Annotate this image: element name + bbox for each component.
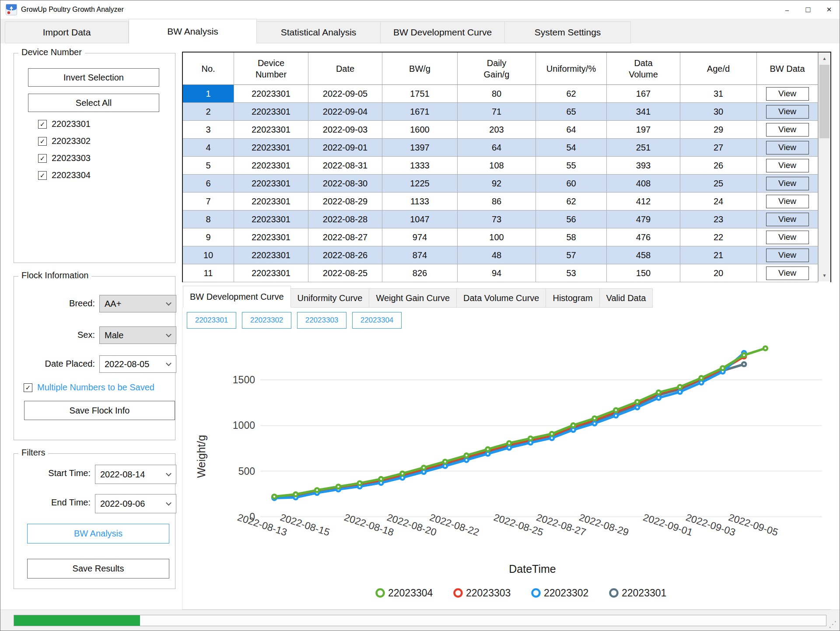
- view-button[interactable]: View: [766, 266, 809, 280]
- bw-analysis-button[interactable]: BW Analysis: [27, 524, 169, 543]
- table-cell: 25: [680, 175, 757, 193]
- checkbox-checked-icon[interactable]: ✓: [24, 383, 32, 392]
- table-cell: 22023301: [234, 121, 308, 139]
- end-time-value: 2022-09-06: [100, 499, 145, 509]
- legend-marker-22023303: [455, 589, 462, 597]
- row-number-cell[interactable]: 1: [183, 85, 234, 103]
- curve-tab-weight-gain-curve[interactable]: Weight Gain Curve: [369, 288, 457, 308]
- chart-device-buttons: 22023301220233022202330322023304: [187, 312, 402, 329]
- column-header-line: Gain/g: [484, 69, 510, 80]
- table-row: 8220233012022-08-281047735647923View: [183, 210, 830, 228]
- scroll-up-icon[interactable]: ▲: [819, 53, 830, 64]
- view-button[interactable]: View: [766, 87, 809, 101]
- view-button[interactable]: View: [766, 213, 809, 226]
- series-line-22023301: [274, 364, 744, 497]
- table-cell: 22023301: [234, 210, 308, 228]
- tab-bw-development-curve[interactable]: BW Development Curve: [381, 21, 505, 43]
- column-header: Age/d: [680, 53, 757, 85]
- table-cell: 80: [458, 85, 536, 103]
- flock-information-legend: Flock Information: [18, 270, 91, 280]
- y-axis-label: Weight/g: [195, 435, 207, 478]
- chart-device-button-22023303[interactable]: 22023303: [297, 312, 346, 329]
- multiple-numbers-checkbox-row[interactable]: ✓ Multiple Numbers to be Saved: [24, 382, 154, 393]
- checkbox-checked-icon[interactable]: ✓: [38, 137, 47, 146]
- view-button[interactable]: View: [766, 231, 809, 244]
- end-time-select[interactable]: 2022-09-06: [95, 494, 176, 513]
- table-cell: 64: [536, 121, 607, 139]
- scrollbar-thumb[interactable]: [819, 65, 830, 138]
- data-point-center: [487, 448, 489, 450]
- curve-tab-histogram[interactable]: Histogram: [546, 288, 599, 308]
- data-point-center: [295, 493, 297, 495]
- view-button[interactable]: View: [766, 177, 809, 190]
- view-button[interactable]: View: [766, 159, 809, 172]
- save-flock-info-button[interactable]: Save Flock Info: [24, 401, 175, 420]
- tab-system-settings[interactable]: System Settings: [505, 21, 631, 43]
- scroll-down-icon[interactable]: ▼: [819, 270, 830, 281]
- curve-tab-valid-data[interactable]: Valid Data: [600, 288, 653, 308]
- chart-device-button-22023301[interactable]: 22023301: [187, 312, 236, 329]
- minimize-icon[interactable]: –: [777, 0, 798, 19]
- tab-bw-analysis[interactable]: BW Analysis: [129, 19, 257, 43]
- app-window: GrowUp Poultry Growth Analyzer – □ ✕ Imp…: [0, 0, 840, 631]
- table-row: 1220233012022-09-051751806216731View: [183, 85, 830, 103]
- column-header: DeviceNumber: [234, 53, 308, 85]
- chart-device-button-22023302[interactable]: 22023302: [242, 312, 291, 329]
- row-number-cell: 9: [183, 228, 234, 246]
- view-button[interactable]: View: [766, 123, 809, 137]
- window-controls: – □ ✕: [777, 0, 840, 19]
- legend-label-22023302: 22023302: [544, 587, 588, 599]
- bw-data-cell: View: [757, 103, 818, 121]
- chevron-down-icon: [166, 300, 172, 306]
- device-checkbox-list: ✓22023301✓22023302✓22023303✓22023304: [38, 119, 91, 180]
- save-results-button[interactable]: Save Results: [27, 559, 169, 578]
- view-button[interactable]: View: [766, 105, 809, 119]
- tab-import-data[interactable]: Import Data: [5, 21, 129, 43]
- table-row: 5220233012022-08-3113331085539326View: [183, 157, 830, 175]
- view-button[interactable]: View: [766, 141, 809, 154]
- bw-data-cell: View: [757, 246, 818, 264]
- table-cell: 73: [458, 210, 536, 228]
- column-header-line: Device: [258, 57, 284, 69]
- device-checkbox-row[interactable]: ✓22023301: [38, 119, 91, 129]
- x-tick-label: 2022-08-29: [578, 512, 630, 538]
- table-header-row: No.DeviceNumberDateBW/gDailyGain/gUnifor…: [183, 53, 830, 85]
- table-cell: 2022-08-28: [308, 210, 382, 228]
- checkbox-checked-icon[interactable]: ✓: [38, 120, 47, 129]
- y-tick-label: 1500: [233, 374, 255, 386]
- curve-tab-bw-development-curve[interactable]: BW Development Curve: [183, 286, 291, 308]
- start-time-select[interactable]: 2022-08-14: [95, 465, 176, 484]
- device-checkbox-row[interactable]: ✓22023304: [38, 170, 91, 180]
- device-checkbox-row[interactable]: ✓22023303: [38, 153, 91, 163]
- invert-selection-button[interactable]: Invert Selection: [28, 68, 159, 87]
- close-icon[interactable]: ✕: [819, 0, 840, 19]
- view-button[interactable]: View: [766, 249, 809, 262]
- select-all-button[interactable]: Select All: [28, 94, 159, 112]
- view-button[interactable]: View: [766, 195, 809, 208]
- bw-data-table: No.DeviceNumberDateBW/gDailyGain/gUnifor…: [182, 52, 831, 282]
- legend-label-22023304: 22023304: [388, 587, 433, 599]
- table-cell: 21: [680, 246, 757, 264]
- checkbox-checked-icon[interactable]: ✓: [38, 154, 47, 163]
- row-number-cell: 11: [183, 264, 234, 282]
- checkbox-checked-icon[interactable]: ✓: [38, 171, 47, 180]
- chart-device-button-22023304[interactable]: 22023304: [352, 312, 402, 329]
- column-header-line: Data: [634, 57, 652, 69]
- curve-tab-data-volume-curve[interactable]: Data Volume Curve: [457, 288, 546, 308]
- data-point-center: [594, 423, 595, 424]
- resize-grip-icon[interactable]: ⋰: [829, 619, 837, 629]
- sex-select[interactable]: Male: [99, 326, 176, 344]
- table-cell: 408: [607, 175, 680, 193]
- device-checkbox-row[interactable]: ✓22023302: [38, 136, 91, 146]
- data-point-center: [572, 429, 574, 431]
- breed-select[interactable]: AA+: [99, 295, 176, 312]
- maximize-icon[interactable]: □: [798, 0, 819, 19]
- table-cell: 479: [607, 210, 680, 228]
- date-placed-select[interactable]: 2022-08-05: [99, 355, 176, 373]
- data-point-center: [615, 409, 617, 411]
- curve-tab-uniformity-curve[interactable]: Uniformity Curve: [291, 288, 370, 308]
- tab-statistical-analysis[interactable]: Statistical Analysis: [257, 21, 381, 43]
- table-scrollbar[interactable]: ▲ ▼: [818, 53, 830, 281]
- table-cell: 20: [680, 264, 757, 282]
- data-point-center: [487, 453, 489, 455]
